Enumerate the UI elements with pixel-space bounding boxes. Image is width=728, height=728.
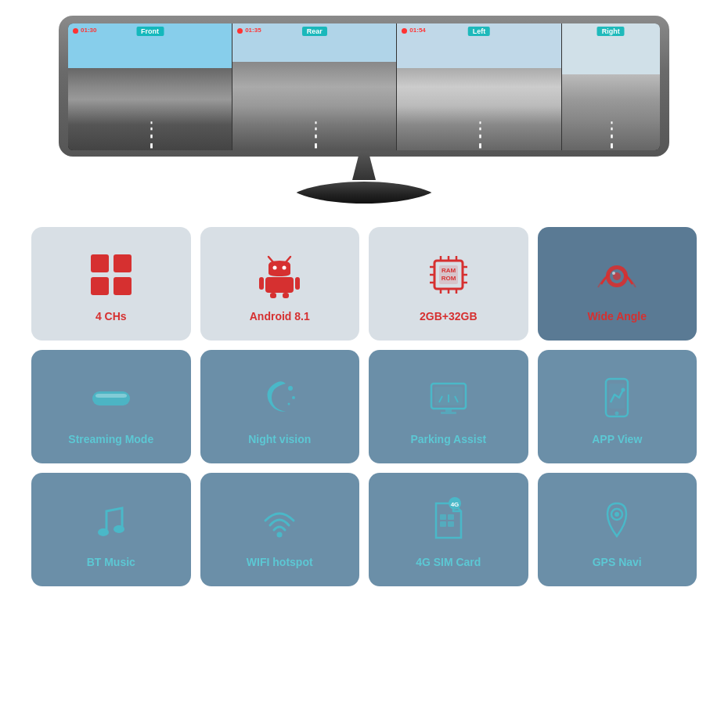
rec-dot-front xyxy=(73,28,78,34)
streaming-icon xyxy=(84,370,139,425)
svg-rect-3 xyxy=(114,277,132,295)
cam-feed-rear: 01:35 Rear xyxy=(232,23,397,150)
cam-feed-right: Right xyxy=(562,23,660,150)
cam-label-rear: Rear xyxy=(302,27,327,36)
btmusic-icon xyxy=(84,493,139,548)
feature-card-wideangle[interactable]: Wide Angle xyxy=(538,227,697,341)
svg-rect-52 xyxy=(440,514,446,520)
monitor-stand xyxy=(286,153,442,204)
svg-rect-10 xyxy=(295,277,300,290)
wideangle-icon xyxy=(589,247,644,302)
ram-label: 2GB+32GB xyxy=(420,310,478,323)
feature-card-parking[interactable]: Parking Assist xyxy=(369,350,528,463)
nightvision-label: Night vision xyxy=(248,433,311,446)
feature-card-wifi[interactable]: WIFI hotspot xyxy=(200,473,360,586)
btmusic-label: BT Music xyxy=(87,556,135,569)
cam-feed-left: 01:54 Left xyxy=(397,23,561,150)
svg-point-47 xyxy=(622,388,625,392)
svg-rect-34 xyxy=(96,394,127,398)
device-section: 01:30 Front 01:35 Rear 01:54 Left xyxy=(23,16,705,204)
svg-point-51 xyxy=(277,532,283,538)
svg-rect-12 xyxy=(283,293,289,298)
wifi-icon xyxy=(252,493,307,548)
wideangle-label: Wide Angle xyxy=(587,310,647,323)
svg-rect-44 xyxy=(441,412,456,414)
feature-card-btmusic[interactable]: BT Music xyxy=(31,473,191,586)
svg-point-50 xyxy=(114,525,124,533)
appview-label: APP View xyxy=(592,433,642,446)
gps-icon xyxy=(589,493,644,548)
dashcam-device: 01:30 Front 01:35 Rear 01:54 Left xyxy=(59,16,669,204)
nightvision-icon xyxy=(252,370,307,425)
feature-card-gps[interactable]: GPS Navi xyxy=(538,473,697,586)
4chs-label: 4 CHs xyxy=(96,310,127,323)
android-icon xyxy=(252,247,307,302)
feature-card-android[interactable]: Android 8.1 xyxy=(200,227,360,341)
feature-card-ram[interactable]: RAM ROM 2GB+32GB xyxy=(369,227,528,341)
stand-neck xyxy=(352,153,376,180)
svg-rect-53 xyxy=(448,514,454,520)
svg-rect-1 xyxy=(114,254,132,272)
svg-rect-33 xyxy=(92,391,130,405)
rec-dot-left xyxy=(402,28,407,34)
cam-label-right: Right xyxy=(597,27,625,36)
cam-label-front: Front xyxy=(136,27,164,36)
svg-point-59 xyxy=(614,512,619,517)
svg-text:ROM: ROM xyxy=(441,275,456,282)
svg-rect-2 xyxy=(91,277,109,295)
svg-text:4G: 4G xyxy=(450,501,459,508)
wifi-label: WIFI hotspot xyxy=(247,556,313,569)
parking-label: Parking Assist xyxy=(410,433,486,446)
feature-card-appview[interactable]: APP View xyxy=(538,350,697,463)
cam-feed-front: 01:30 Front xyxy=(68,23,232,150)
feature-card-4chs[interactable]: 4 CHs xyxy=(31,227,191,341)
svg-rect-0 xyxy=(91,254,109,272)
parking-icon xyxy=(421,370,476,425)
svg-rect-9 xyxy=(259,277,264,290)
svg-point-7 xyxy=(283,266,287,270)
rec-time-rear: 01:35 xyxy=(245,27,261,34)
appview-icon xyxy=(589,370,644,425)
svg-point-35 xyxy=(288,386,293,391)
cam-label-left: Left xyxy=(468,27,491,36)
4gsim-label: 4G SIM Card xyxy=(416,556,481,569)
4chs-icon xyxy=(84,247,139,302)
gps-label: GPS Navi xyxy=(593,556,642,569)
svg-rect-43 xyxy=(445,409,452,412)
svg-point-6 xyxy=(273,266,277,270)
feature-card-nightvision[interactable]: Night vision xyxy=(200,350,360,463)
rec-time-left: 01:54 xyxy=(409,27,425,34)
feature-card-4gsim[interactable]: 4G 4G SIM Card xyxy=(369,473,528,586)
svg-point-37 xyxy=(288,403,290,405)
screen-area: 01:30 Front 01:35 Rear 01:54 Left xyxy=(68,23,660,150)
svg-rect-55 xyxy=(448,521,454,527)
monitor-body: 01:30 Front 01:35 Rear 01:54 Left xyxy=(59,16,669,157)
svg-text:RAM: RAM xyxy=(441,267,456,274)
4gsim-icon: 4G xyxy=(421,493,476,548)
ram-icon: RAM ROM xyxy=(421,247,476,302)
svg-point-48 xyxy=(615,412,619,416)
svg-point-32 xyxy=(612,272,615,275)
svg-rect-11 xyxy=(270,293,276,298)
rec-dot-rear xyxy=(237,28,243,34)
svg-rect-54 xyxy=(440,521,446,527)
page-wrapper: 01:30 Front 01:35 Rear 01:54 Left xyxy=(0,0,728,728)
android-label: Android 8.1 xyxy=(250,310,310,323)
svg-point-49 xyxy=(98,528,109,536)
rec-time-front: 01:30 xyxy=(81,27,96,34)
feature-card-streaming[interactable]: Streaming Mode xyxy=(31,350,191,463)
svg-rect-8 xyxy=(265,277,294,293)
svg-point-36 xyxy=(292,396,295,399)
streaming-label: Streaming Mode xyxy=(68,433,153,446)
features-grid: 4 CHs xyxy=(23,227,705,586)
stand-base xyxy=(286,182,442,204)
